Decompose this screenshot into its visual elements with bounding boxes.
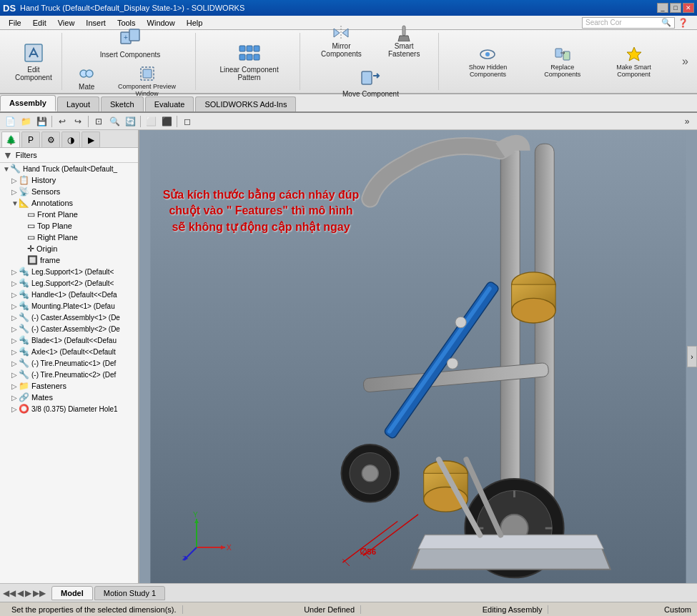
insert-components-button[interactable]: + Insert Components [97,24,164,61]
tree-item-top-plane[interactable]: ▭ Top Plane [0,220,138,232]
sidebar-tab-display[interactable]: ◑ [61,131,80,147]
expand-right-icon[interactable]: » [680,114,694,129]
tree-item-origin[interactable]: ✛ Origin [0,243,138,254]
sidebar-tab-tree[interactable]: 🌲 [1,131,20,147]
tab-motion-study-1[interactable]: Motion Study 1 [94,586,165,600]
view-cube-icon[interactable]: ◻ [180,114,194,129]
svg-rect-8 [143,69,152,78]
shaded-icon[interactable]: ⬛ [159,114,174,129]
menu-edit[interactable]: Edit [27,17,52,29]
tree-item-right-plane[interactable]: ▭ Right Plane [0,232,138,243]
tree-item-front-plane[interactable]: ▭ Front Plane [0,209,138,220]
3d-viewport[interactable]: ∅56 Sửa kích thước bằng cách nháy đúp ch… [139,130,697,583]
redo-icon[interactable]: ↪ [71,114,85,129]
mate-button[interactable]: Mate [71,64,103,99]
sidebar-tab-more[interactable]: ▶ [81,131,100,147]
expand-tire2[interactable]: ▷ [11,371,19,379]
filter-icon[interactable]: ▼ [3,149,13,161]
leg-support1-icon: 🔩 [19,267,29,277]
tree-item-mates[interactable]: ▷ 🔗 Mates [0,392,138,403]
tree-item-history[interactable]: ▷ 📋 History [0,174,138,186]
close-button[interactable]: ✕ [683,3,694,13]
tree-item-caster1[interactable]: ▷ 🔧 (-) Caster.Assembly<1> (De [0,312,138,323]
smart-fasteners-button[interactable]: Smart Fasteners [375,23,432,59]
tree-item-sensors[interactable]: ▷ 📡 Sensors [0,186,138,197]
tab-sketch[interactable]: Sketch [101,96,144,111]
mirror-components-button[interactable]: Mirror Components [309,23,374,59]
toolbar-expand[interactable]: » [679,55,691,68]
expand-leg1[interactable]: ▷ [11,268,19,276]
edit-component-button[interactable]: Edit Component [11,39,56,84]
tree-item-leg-support2[interactable]: ▷ 🔩 Leg.Support<2> (Default< [0,277,138,289]
tree-item-hole1[interactable]: ▷ ⭕ 3/8 (0.375) Diameter Hole1 [0,403,138,414]
tree-item-frame[interactable]: 🔲 frame [0,254,138,266]
mounting-plate-label: Mounting.Plate<1> (Defau [31,302,115,310]
tree-item-hand-truck[interactable]: ▼ 🔧 Hand Truck (Default<Default_ [0,163,138,174]
make-smart-component-button[interactable]: Make Smart Component [597,44,671,79]
expand-leg2[interactable]: ▷ [11,279,19,287]
rotate-view-icon[interactable]: 🔄 [123,114,137,129]
nav-prev[interactable]: ◀ [17,588,24,598]
expand-hole[interactable]: ▷ [11,405,19,413]
menu-help[interactable]: Help [181,17,209,29]
zoom-fit-icon[interactable]: ⊡ [92,114,106,129]
expand-fasteners[interactable]: ▷ [11,382,19,390]
undo-icon[interactable]: ↩ [55,114,69,129]
new-icon[interactable]: 📄 [3,114,17,129]
tree-item-fasteners[interactable]: ▷ 📁 Fasteners [0,380,138,392]
svg-marker-24 [627,47,641,61]
expand-mounting-plate[interactable]: ▷ [11,302,19,310]
svg-point-57 [455,317,466,327]
svg-rect-3 [129,29,139,41]
title-bar-controls[interactable]: _ □ ✕ [657,3,694,13]
tab-evaluate[interactable]: Evaluate [145,96,194,111]
linear-component-pattern-button[interactable]: Linear Component Pattern [204,39,293,84]
expand-history[interactable]: ▷ [11,177,19,184]
nav-last[interactable]: ▶▶ [33,588,46,598]
replace-components-button[interactable]: Replace Components [530,44,595,79]
maximize-button[interactable]: □ [670,3,681,13]
expand-axle[interactable]: ▷ [11,348,19,356]
tree-item-tire1[interactable]: ▷ 🔧 (-) Tire.Pneumatic<1> (Def [0,357,138,369]
title-bar-left: DS Hand Truck (Default<Default_Display S… [3,3,244,14]
expand-handle[interactable]: ▷ [11,291,19,299]
tree-item-mounting-plate[interactable]: ▷ 🔩 Mounting.Plate<1> (Defau [0,300,138,312]
tree-item-annotations[interactable]: ▼ 📐 Annotations [0,197,138,209]
search-box[interactable]: Search Cor 🔍 [582,17,675,29]
nav-first[interactable]: ◀◀ [3,588,16,598]
expand-mates[interactable]: ▷ [11,394,19,402]
open-icon[interactable]: 📁 [19,114,33,129]
expand-caster2[interactable]: ▷ [11,325,19,333]
sidebar-tab-config[interactable]: ⚙ [41,131,60,147]
minimize-button[interactable]: _ [657,3,668,13]
tree-item-tire2[interactable]: ▷ 🔧 (-) Tire.Pneumatic<2> (Def [0,369,138,380]
menu-file[interactable]: File [3,17,27,29]
leg-support1-label: Leg.Support<1> (Default< [31,268,114,276]
tree-item-blade1[interactable]: ▷ 🔩 Blade<1> (Default<<Defau [0,334,138,346]
expand-tire1[interactable]: ▷ [11,359,19,367]
expand-blade[interactable]: ▷ [11,337,19,344]
expand-sensors[interactable]: ▷ [11,188,19,196]
zoom-in-icon[interactable]: 🔍 [107,114,122,129]
tree-item-axle1[interactable]: ▷ 🔩 Axle<1> (Default<<Default [0,346,138,357]
save-icon[interactable]: 💾 [34,114,49,129]
tree-item-handle1[interactable]: ▷ 🔩 Handle<1> (Default<<Defa [0,289,138,300]
tab-assembly[interactable]: Assembly [0,95,56,111]
help-icon[interactable]: ❓ [678,18,688,28]
tab-model[interactable]: Model [51,586,93,600]
nav-next[interactable]: ▶ [25,588,31,598]
wireframe-icon[interactable]: ⬜ [144,114,158,129]
tab-solidworks-addins[interactable]: SOLIDWORKS Add-Ins [195,96,296,111]
component-preview-button[interactable]: Component Preview Window [104,64,190,99]
tree-item-caster2[interactable]: ▷ 🔧 (-) Caster.Assembly<2> (De [0,323,138,334]
expand-caster1[interactable]: ▷ [11,314,19,322]
menu-view[interactable]: View [52,17,81,29]
viewport-expand-handle[interactable]: › [687,346,697,367]
sidebar-tab-property[interactable]: P [21,131,40,147]
move-component-button[interactable]: Move Component [339,64,402,100]
expand-hand-truck[interactable]: ▼ [3,165,10,173]
tab-layout[interactable]: Layout [57,96,99,111]
tree-item-leg-support1[interactable]: ▷ 🔩 Leg.Support<1> (Default< [0,266,138,277]
show-hidden-components-button[interactable]: Show Hidden Components [448,44,528,79]
expand-annotations[interactable]: ▼ [11,199,19,207]
